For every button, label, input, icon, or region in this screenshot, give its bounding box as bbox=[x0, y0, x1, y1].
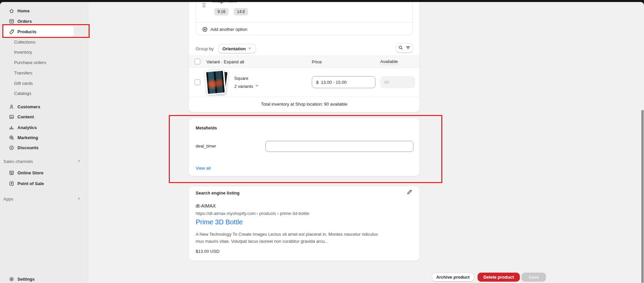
search-filter-button[interactable] bbox=[396, 43, 413, 53]
price-range-field[interactable]: $ 13.00 - 15.00 bbox=[312, 76, 376, 88]
seo-site-name: dt-AIMAX bbox=[196, 203, 216, 209]
search-icon bbox=[398, 45, 403, 51]
seo-page-title[interactable]: Prime 3D Bottle bbox=[196, 218, 243, 226]
seo-price: $13.00 USD bbox=[196, 249, 219, 254]
filter-icon bbox=[405, 45, 411, 51]
metafield-input[interactable] bbox=[265, 141, 413, 152]
option-card-divider bbox=[196, 22, 412, 22]
variant-thumbnail[interactable] bbox=[203, 69, 232, 96]
archive-product-button[interactable]: Archive product bbox=[432, 273, 474, 282]
row-checkbox[interactable] bbox=[195, 79, 200, 85]
total-inventory-text: Total inventory at Shop location: 90 ava… bbox=[189, 102, 419, 107]
column-price: Price bbox=[312, 59, 322, 64]
expand-variants-toggle[interactable]: 2 variants bbox=[234, 83, 259, 89]
variant-photo-front bbox=[205, 69, 226, 96]
price-value: 13.00 - 15.00 bbox=[321, 80, 347, 85]
select-all-checkbox[interactable] bbox=[195, 59, 200, 64]
metafield-label: deal_timer bbox=[196, 144, 216, 149]
save-button: Save bbox=[522, 273, 546, 282]
chevron-down-icon bbox=[248, 46, 252, 51]
scrollbar-thumb[interactable] bbox=[641, 110, 644, 283]
seo-title: Search engine listing bbox=[196, 190, 240, 195]
chevron-down-icon bbox=[255, 83, 259, 89]
view-all-metafields-link[interactable]: View all bbox=[196, 166, 211, 171]
group-by-label: Group by bbox=[196, 46, 213, 51]
variant-row-title: Square bbox=[234, 76, 248, 81]
delete-product-button[interactable]: Delete product bbox=[478, 273, 520, 282]
option-value-badge[interactable]: 14:8 bbox=[234, 8, 248, 15]
column-variant: Variant · Expand all bbox=[206, 59, 244, 64]
drag-handle-icon[interactable] bbox=[203, 3, 205, 8]
pencil-icon bbox=[406, 190, 412, 196]
option-value-badge[interactable]: 9:16 bbox=[214, 8, 229, 15]
plus-circle-icon bbox=[202, 26, 208, 34]
metafields-title: Metafields bbox=[196, 125, 217, 130]
edit-seo-button[interactable] bbox=[406, 189, 412, 196]
group-by-dropdown[interactable]: Orientation bbox=[218, 44, 256, 53]
add-another-option-button[interactable]: Add another option bbox=[210, 27, 247, 32]
seo-url: https://dt-aimax.myshopify.com › product… bbox=[196, 211, 309, 216]
column-available: Available bbox=[380, 59, 398, 65]
row-divider bbox=[189, 97, 419, 97]
seo-description: A New Technology To Create Images Lectus… bbox=[196, 231, 384, 245]
available-quantity-field bbox=[380, 76, 415, 88]
top-chrome-bar bbox=[0, 0, 644, 2]
currency-prefix: $ bbox=[316, 80, 318, 85]
